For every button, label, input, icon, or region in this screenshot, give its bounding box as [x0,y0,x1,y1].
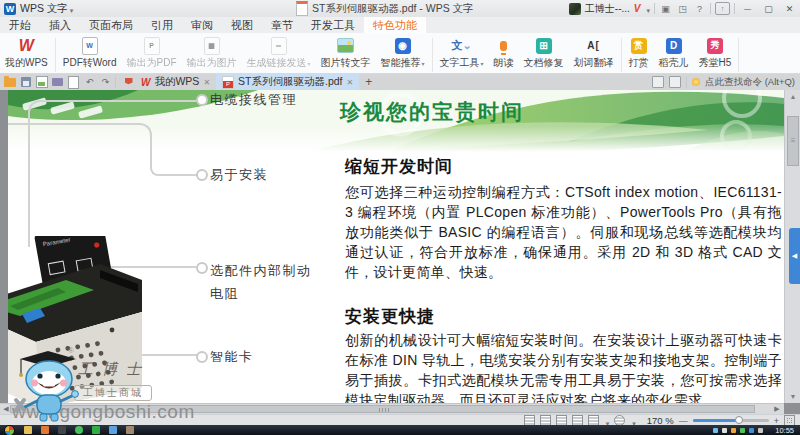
maximize-button[interactable] [760,2,777,15]
window-title: ST系列伺服驱动器.pdf - WPS 文字 [296,0,474,17]
quickbar-customize-icon[interactable] [122,76,135,88]
close-tab-icon[interactable]: ✕ [347,78,354,87]
read-aloud-button[interactable]: 朗读 [489,36,519,70]
print-preview-icon[interactable] [67,76,80,88]
menu-bar: 开始 插入 页面布局 引用 审阅 视图 章节 开发工具 特色功能 [0,17,800,33]
taskbar-app-4[interactable] [75,426,83,434]
open-folder-icon[interactable] [3,76,16,88]
my-wps-button[interactable]: W 我的WPS [0,36,53,70]
tab-references[interactable]: 引用 [142,17,182,33]
xiu-icon: 秀 [707,38,723,54]
ribbon: W 我的WPS W PDF转Word P 输出为PDF ▦ 输出为图片 ∞ 生成… [0,33,800,74]
tab-insert[interactable]: 插入 [40,17,80,33]
callout-label: 电缆接线管理 [210,91,297,109]
callout-dot [196,169,208,181]
tab-page-layout[interactable]: 页面布局 [80,17,142,33]
new-tab-button[interactable]: + [365,75,372,89]
file-icon[interactable] [652,76,664,88]
callout-dot [196,94,208,106]
tab-section[interactable]: 章节 [262,17,302,33]
titlebar: W WPS 文字 ST系列伺服驱动器.pdf - WPS 文字 工博士--...… [0,0,800,17]
image-to-text-button[interactable]: 图片转文字 [316,36,376,70]
divider [115,77,116,88]
divider [686,77,687,88]
system-tray: 10:55 [713,426,800,435]
app-menu-caret-icon[interactable] [68,3,74,15]
tray-icon[interactable] [722,428,727,433]
wps-logo-icon[interactable]: W [4,3,16,15]
tab-review[interactable]: 审阅 [182,17,222,33]
word-translate-button[interactable]: A[ 划词翻译 [569,36,619,70]
tray-icon[interactable] [740,428,745,433]
undo-icon[interactable]: ↶ [83,76,96,88]
grid-icon[interactable] [669,76,681,88]
wps-red-logo-icon: W [19,37,34,55]
side-panel-handle[interactable]: ◀ [789,228,800,284]
tray-icon[interactable] [749,428,754,433]
export-pdf-button[interactable]: P 输出为PDF [122,36,182,70]
pdf-to-word-icon: W [82,37,98,55]
section-body: 您可选择三种运动控制编程方式：CTSoft index motion、IEC61… [345,182,782,284]
tab-special-features[interactable]: 特色功能 [364,17,426,33]
tray-icon[interactable] [731,428,736,433]
taskbar-app-folder[interactable] [24,426,32,434]
help-icon[interactable]: ? [693,3,706,15]
callout-line [8,123,152,167]
save-icon[interactable] [19,76,32,88]
reward-button[interactable]: 赏 打赏 [624,36,654,70]
taskbar-app-3[interactable] [58,426,66,434]
print-icon[interactable] [51,76,64,88]
repair-icon: ⊞ [536,38,552,54]
image-to-text-icon [337,38,354,53]
scroll-right-icon[interactable]: ▶ [771,404,783,414]
divider [432,38,433,72]
user-avatar[interactable] [569,3,581,15]
taskbar-app-6[interactable] [109,426,117,434]
zoom-out-button[interactable]: — [679,416,688,426]
clock[interactable]: 10:55 [775,426,794,435]
find-command-hint[interactable]: 点此查找命令 (Alt+Q) [705,76,795,89]
document-tabbar: ↶ ↷ W 我的WPS ✕ ST系列伺服驱动器.pdf ✕ + 点此查找命令 (… [0,74,800,90]
taskbar-app-2[interactable] [41,426,49,434]
tab-view[interactable]: 视图 [222,17,262,33]
collapse-ribbon-icon[interactable]: ↑ [715,2,730,15]
doc-tab-my-wps[interactable]: W 我的WPS ✕ [135,74,216,90]
skin-icon[interactable]: ▣ [659,3,672,15]
text-tools-button[interactable]: 文⌄ 文字工具 [435,36,489,70]
callout-dot [196,262,208,274]
tab-developer[interactable]: 开发工具 [302,17,364,33]
user-name[interactable]: 工博士--... [585,2,630,16]
start-button[interactable] [4,425,15,435]
wps-window: W WPS 文字 ST系列伺服驱动器.pdf - WPS 文字 工博士--...… [0,0,800,435]
share-link-button[interactable]: ∞ 生成链接发送 [242,36,316,70]
close-tab-icon[interactable]: ✕ [203,78,210,87]
close-button[interactable] [781,2,798,15]
scroll-up-icon[interactable]: ▲ [785,90,800,103]
smart-recommend-button[interactable]: ◉ 智能推荐 [376,36,430,70]
zoom-slider-thumb[interactable] [735,416,743,424]
tray-icon[interactable] [758,428,763,433]
pdf-to-word-button[interactable]: W PDF转Word [58,36,122,70]
account-caret-icon[interactable] [644,3,650,15]
zoom-in-button[interactable]: + [774,416,779,426]
docer-button[interactable]: D 稻壳儿 [654,36,694,70]
doc-repair-button[interactable]: ⊞ 文档修复 [519,36,569,70]
redo-icon[interactable]: ↷ [99,76,112,88]
doc-tab-pdf[interactable]: ST系列伺服驱动器.pdf ✕ [216,74,359,90]
vip-badge[interactable]: V [634,3,641,14]
shop-bag-icon[interactable]: ◳ [676,3,689,15]
document-icon [296,1,308,16]
export-image-button[interactable]: ▦ 输出为图片 [182,36,242,70]
zoom-slider[interactable] [693,419,769,422]
tray-icon[interactable] [713,428,718,433]
divider [734,3,735,14]
vertical-scroll-thumb[interactable] [787,116,799,166]
minimize-button[interactable] [739,2,756,15]
divider [738,38,739,72]
taskbar-app-5[interactable] [92,426,100,434]
export-icon[interactable] [35,76,48,88]
tab-home[interactable]: 开始 [0,17,40,33]
xiutang-h5-button[interactable]: 秀 秀堂H5 [694,36,737,70]
scroll-down-icon[interactable]: ▼ [785,390,800,403]
taskbar-app-7[interactable] [126,426,134,434]
